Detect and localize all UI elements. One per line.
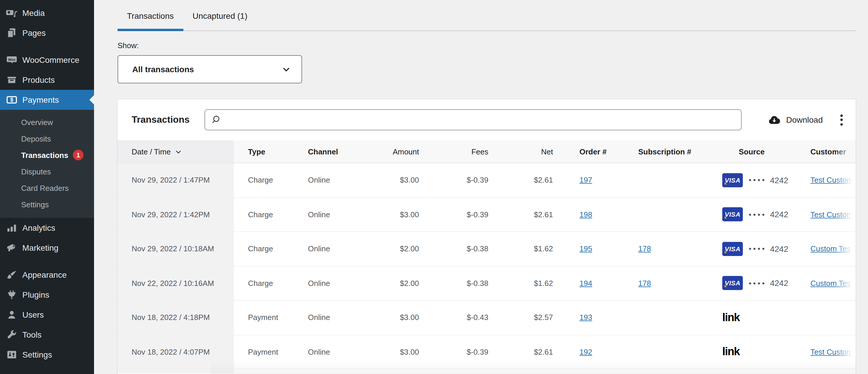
submenu-item-deposits[interactable]: Deposits bbox=[0, 130, 94, 147]
sidebar-item-users[interactable]: Users bbox=[0, 305, 94, 325]
customer-link[interactable]: Test Custom bbox=[810, 210, 853, 219]
card-last4: 4242 bbox=[770, 175, 788, 185]
admin-sidebar: MediaPagesWooWooCommerceProducts$Payment… bbox=[0, 0, 94, 374]
submenu-item-label: Deposits bbox=[21, 134, 51, 143]
transaction-row: Nov 29, 2022 / 10:18AMChargeOnline$2.00$… bbox=[118, 232, 856, 266]
order-link[interactable]: 193 bbox=[580, 313, 592, 322]
cell-fees: $-0.39 bbox=[419, 163, 488, 197]
sidebar-item-payments[interactable]: $Payments bbox=[0, 90, 94, 110]
transactions-filter-select[interactable]: All transactions bbox=[118, 55, 302, 83]
submenu-item-transactions[interactable]: Transactions1 bbox=[0, 147, 94, 163]
order-link[interactable]: 192 bbox=[580, 348, 592, 356]
cell-type: Payment bbox=[234, 301, 308, 334]
transactions-card: Transactions Download Date / T bbox=[117, 99, 856, 374]
column-header-order[interactable]: Order # bbox=[553, 140, 638, 163]
cell-fees: $-0.39 bbox=[419, 198, 488, 231]
cell-date-time: Nov 22, 2022 / 10:16AM bbox=[118, 266, 234, 300]
submenu-item-disputes[interactable]: Disputes bbox=[0, 163, 94, 180]
customer-link[interactable]: Custom Tes bbox=[810, 244, 851, 253]
masked-card-digits: •••• bbox=[749, 279, 766, 288]
cell-amount: $3.00 bbox=[384, 335, 419, 369]
order-link[interactable]: 195 bbox=[580, 244, 592, 253]
column-header-label: Subscription # bbox=[638, 147, 691, 156]
cell-type: Charge bbox=[234, 163, 308, 197]
sidebar-item-analytics[interactable]: Analytics bbox=[0, 218, 94, 238]
appearance-icon bbox=[6, 269, 18, 281]
cell-fees: $-0.38 bbox=[419, 266, 488, 300]
svg-text:Woo: Woo bbox=[8, 58, 16, 61]
visa-card-icon: VISA bbox=[722, 208, 743, 222]
cell-source: VISA••••4242 bbox=[722, 198, 810, 231]
cell-amount: $3.00 bbox=[384, 198, 419, 231]
cell-channel: Online bbox=[308, 335, 384, 369]
sidebar-item-label: Products bbox=[22, 75, 55, 84]
download-button[interactable]: Download bbox=[767, 113, 823, 127]
cell-amount: $2.00 bbox=[384, 266, 419, 300]
payments-icon: $ bbox=[6, 94, 18, 106]
column-header-amount[interactable]: Amount bbox=[384, 140, 419, 163]
svg-text:$: $ bbox=[10, 97, 13, 103]
customer-link[interactable]: Custom Tes bbox=[810, 279, 851, 288]
column-header-channel[interactable]: Channel bbox=[308, 140, 384, 163]
column-header-net[interactable]: Net bbox=[488, 140, 553, 163]
cell-amount bbox=[384, 369, 419, 373]
sidebar-item-products[interactable]: Products bbox=[0, 70, 94, 90]
link-payment-logo: link bbox=[722, 345, 740, 359]
sidebar-item-collapse-menu[interactable]: Collapse menu bbox=[0, 369, 94, 374]
cell-order-number: 195 bbox=[553, 232, 638, 266]
submenu-item-overview[interactable]: Overview bbox=[0, 114, 94, 130]
column-header-subscription[interactable]: Subscription # bbox=[638, 140, 722, 163]
sidebar-item-marketing[interactable]: Marketing bbox=[0, 238, 94, 258]
submenu-item-card-readers[interactable]: Card Readers bbox=[0, 180, 94, 196]
subscription-link[interactable]: 178 bbox=[638, 244, 651, 253]
sidebar-item-settings[interactable]: Settings bbox=[0, 345, 94, 365]
submenu-item-label: Card Readers bbox=[21, 183, 69, 192]
sidebar-item-media[interactable]: Media bbox=[0, 3, 94, 23]
card-last4: 4242 bbox=[770, 244, 788, 253]
tab-uncaptured-1[interactable]: Uncaptured (1) bbox=[183, 0, 257, 31]
sidebar-item-tools[interactable]: Tools bbox=[0, 325, 94, 345]
column-header-type[interactable]: Type bbox=[234, 140, 308, 163]
tab-transactions[interactable]: Transactions bbox=[118, 0, 183, 31]
cell-type: Charge bbox=[234, 266, 308, 300]
more-options-button[interactable] bbox=[836, 113, 847, 127]
woocommerce-icon: Woo bbox=[6, 54, 18, 66]
tab-bar: TransactionsUncaptured (1) bbox=[118, 0, 856, 31]
wordpress-admin-screen: MediaPagesWooWooCommerceProducts$Payment… bbox=[0, 0, 868, 374]
column-header-customer[interactable]: Customer bbox=[810, 140, 856, 163]
filter-selected-value: All transactions bbox=[132, 65, 194, 74]
column-header-source[interactable]: Source bbox=[722, 140, 810, 163]
order-link[interactable]: 197 bbox=[580, 176, 592, 185]
transaction-row: Nov 22, 2022 / 10:16AMChargeOnline$2.00$… bbox=[118, 266, 856, 301]
subscription-link[interactable]: 178 bbox=[638, 279, 651, 288]
sidebar-item-woocommerce[interactable]: WooWooCommerce bbox=[0, 50, 94, 70]
pages-icon bbox=[6, 27, 18, 39]
column-header-fees[interactable]: Fees bbox=[419, 140, 488, 163]
sidebar-item-plugins[interactable]: Plugins bbox=[0, 285, 94, 305]
sidebar-item-label: Payments bbox=[22, 95, 59, 104]
sidebar-item-label: Analytics bbox=[22, 223, 55, 233]
search-input[interactable] bbox=[204, 109, 741, 130]
sidebar-item-appearance[interactable]: Appearance bbox=[0, 265, 94, 285]
filter-label: Show: bbox=[118, 41, 139, 50]
submenu-item-settings[interactable]: Settings bbox=[0, 196, 94, 212]
cell-amount: $3.00 bbox=[384, 163, 419, 197]
order-link[interactable]: 198 bbox=[580, 210, 592, 219]
cell-channel: Online bbox=[308, 198, 384, 231]
cell-net: $2.61 bbox=[488, 335, 553, 369]
sidebar-item-pages[interactable]: Pages bbox=[0, 23, 94, 43]
table-header-row: Date / TimeTypeChannelAmountFeesNetOrder… bbox=[118, 140, 856, 163]
column-header-date-time[interactable]: Date / Time bbox=[118, 140, 234, 163]
cell-date-time bbox=[118, 369, 234, 373]
sidebar-item-label: Marketing bbox=[22, 243, 59, 252]
visa-card-icon: VISA bbox=[722, 242, 743, 256]
cell-source: link bbox=[722, 335, 810, 369]
customer-link[interactable]: Test Custom bbox=[810, 348, 853, 356]
cell-fees: $-0.39 bbox=[419, 335, 488, 369]
visa-card-icon: VISA bbox=[722, 276, 743, 290]
customer-link[interactable]: Test Custom bbox=[810, 176, 853, 185]
masked-card-digits: •••• bbox=[749, 176, 766, 185]
sidebar-item-label: Appearance bbox=[22, 270, 67, 279]
cell-order-number: 197 bbox=[553, 163, 638, 197]
order-link[interactable]: 194 bbox=[580, 279, 592, 288]
